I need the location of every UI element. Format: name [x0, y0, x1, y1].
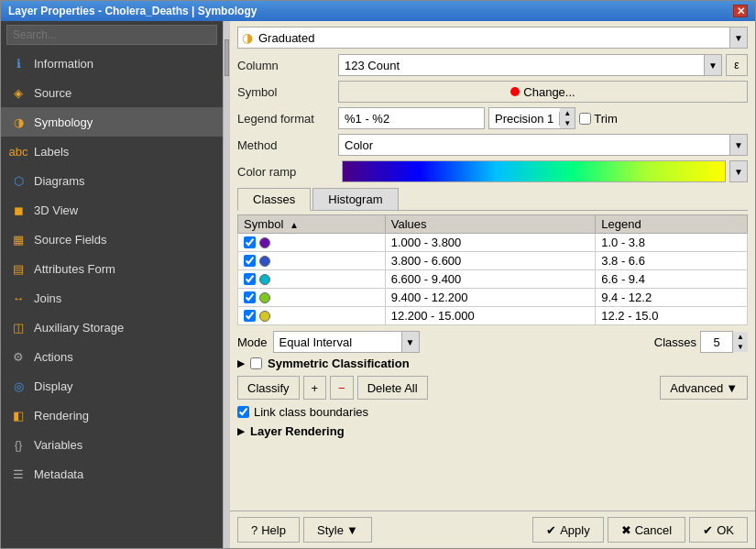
legend-format-row: Legend format Precision 1 ▲ ▼ Tr — [237, 107, 748, 129]
sidebar-item-joins[interactable]: ↔Joins — [1, 283, 223, 313]
symbol-dot — [510, 87, 520, 96]
sidebar-item-variables[interactable]: {}Variables — [1, 430, 223, 459]
color-ramp-bar[interactable] — [342, 160, 726, 182]
information-icon: ℹ — [10, 55, 27, 71]
close-button[interactable]: ✕ — [733, 5, 748, 17]
symbology-select[interactable]: ◑ Graduated — [237, 27, 730, 49]
sidebar-item-display[interactable]: ◎Display — [1, 371, 223, 401]
precision-down[interactable]: ▼ — [560, 118, 575, 128]
sidebar-item-auxiliary-storage[interactable]: ◫Auxiliary Storage — [1, 313, 223, 342]
sidebar-item-label-source: Source — [34, 86, 71, 100]
row-checkbox[interactable] — [244, 255, 256, 267]
tab-classes[interactable]: Classes — [237, 188, 311, 211]
sidebar-item-label-diagrams: Diagrams — [34, 174, 85, 188]
search-box — [1, 21, 223, 49]
window-title: Layer Properties - Cholera_Deaths | Symb… — [8, 5, 257, 17]
sidebar-item-label-symbology: Symbology — [34, 115, 93, 129]
method-row: Method Color ▼ — [237, 134, 748, 156]
sidebar-item-label-rendering: Rendering — [34, 409, 89, 423]
row-checkbox[interactable] — [244, 273, 256, 285]
table-row: 6.600 - 9.4006.6 - 9.4 — [238, 270, 748, 289]
cancel-button[interactable]: ✖ Cancel — [608, 517, 685, 543]
classes-down[interactable]: ▼ — [733, 342, 748, 352]
sidebar-item-labels[interactable]: abcLabels — [1, 137, 223, 166]
symbol-label: Symbol — [237, 85, 338, 99]
sym-class-checkbox[interactable] — [250, 357, 262, 369]
table-row: 1.000 - 3.8001.0 - 3.8 — [238, 234, 748, 252]
classify-button[interactable]: Classify — [237, 376, 300, 400]
actions-icon: ⚙ — [10, 348, 27, 365]
row-checkbox[interactable] — [244, 291, 256, 303]
table-row: 12.200 - 15.00012.2 - 15.0 — [238, 307, 748, 325]
legend-format-input[interactable] — [338, 107, 485, 129]
sidebar-item-3dview[interactable]: ◼3D View — [1, 195, 223, 225]
layer-rendering-arrow[interactable]: ▶ — [237, 426, 245, 436]
column-row: Column 123 Count ▼ ε — [237, 54, 748, 76]
sidebar-item-label-variables: Variables — [34, 438, 82, 452]
scroll-handle — [225, 39, 229, 76]
row-checkbox[interactable] — [244, 310, 256, 322]
delete-all-button[interactable]: Delete All — [357, 376, 428, 400]
classes-value[interactable] — [700, 331, 733, 353]
sym-class-arrow[interactable]: ▶ — [237, 358, 245, 368]
sidebar-item-metadata[interactable]: ☰Metadata — [1, 459, 223, 489]
col-symbol: Symbol ▲ — [238, 215, 386, 234]
search-input[interactable] — [6, 25, 217, 45]
precision-spinbox[interactable]: ▲ ▼ — [560, 108, 575, 128]
layer-rendering-row: ▶ Layer Rendering — [237, 424, 748, 438]
legend-format-label: Legend format — [237, 112, 338, 126]
symbol-control: Change... — [338, 81, 748, 103]
tabs-row: Classes Histogram — [237, 188, 748, 211]
tab-histogram[interactable]: Histogram — [312, 188, 398, 210]
mode-select[interactable]: Equal Interval — [273, 331, 420, 353]
table-row: 9.400 - 12.2009.4 - 12.2 — [238, 289, 748, 307]
help-button[interactable]: ? Help — [237, 517, 300, 543]
sidebar-item-label-3dview: 3D View — [34, 203, 78, 217]
symbol-row: Symbol Change... — [237, 81, 748, 103]
attributes-form-icon: ▤ — [10, 260, 27, 277]
values-cell: 6.600 - 9.400 — [385, 270, 596, 289]
sidebar-item-label-information: Information — [34, 57, 93, 71]
column-label: Column — [237, 59, 338, 72]
sidebar-item-source-fields[interactable]: ▦Source Fields — [1, 225, 223, 254]
link-class-checkbox[interactable] — [237, 406, 249, 418]
sidebar-item-actions[interactable]: ⚙Actions — [1, 342, 223, 371]
sidebar-item-attributes-form[interactable]: ▤Attributes Form — [1, 254, 223, 283]
classes-up[interactable]: ▲ — [733, 332, 748, 342]
sidebar-item-symbology[interactable]: ◑Symbology — [1, 107, 223, 137]
apply-button[interactable]: ✔ Apply — [532, 517, 604, 543]
labels-icon: abc — [10, 143, 27, 159]
column-select[interactable]: 123 Count — [338, 54, 722, 76]
display-icon: ◎ — [10, 378, 27, 394]
sidebar-item-diagrams[interactable]: ⬡Diagrams — [1, 166, 223, 195]
style-button[interactable]: Style ▼ — [303, 517, 372, 543]
sidebar-item-information[interactable]: ℹInformation — [1, 49, 223, 78]
add-class-button[interactable]: + — [303, 376, 327, 400]
ok-button[interactable]: ✔ OK — [689, 517, 748, 543]
mode-row: Mode Equal Interval ▼ Classes ▲ — [237, 331, 748, 353]
sidebar-scrollbar[interactable] — [223, 21, 230, 548]
expression-button[interactable]: ε — [726, 54, 748, 76]
legend-cell: 9.4 - 12.2 — [596, 289, 748, 307]
legend-format-control: Precision 1 ▲ ▼ Trim — [338, 107, 748, 129]
mode-select-wrapper: Equal Interval ▼ — [273, 331, 420, 353]
link-class-row: Link class boundaries — [237, 405, 748, 419]
method-select[interactable]: Color — [338, 134, 748, 156]
change-button[interactable]: Change... — [338, 81, 748, 103]
color-dot — [259, 274, 270, 285]
classes-spin-buttons[interactable]: ▲ ▼ — [733, 332, 748, 352]
mode-label: Mode — [237, 335, 268, 349]
advanced-button[interactable]: Advanced ▼ — [660, 376, 748, 400]
sidebar-item-source[interactable]: ◈Source — [1, 78, 223, 107]
row-checkbox[interactable] — [244, 236, 256, 248]
sidebar-item-label-auxiliary-storage: Auxiliary Storage — [34, 321, 124, 335]
symbology-icon: ◑ — [10, 114, 27, 130]
color-ramp-dropdown[interactable]: ▼ — [729, 160, 748, 182]
remove-class-button[interactable]: − — [330, 376, 354, 400]
sidebar-item-rendering[interactable]: ◧Rendering — [1, 401, 223, 430]
symbology-dropdown-arrow[interactable]: ▼ — [729, 27, 748, 49]
precision-up[interactable]: ▲ — [560, 108, 575, 118]
symbol-cell — [238, 270, 386, 289]
legend-cell: 6.6 - 9.4 — [596, 270, 748, 289]
trim-checkbox[interactable] — [579, 113, 591, 125]
